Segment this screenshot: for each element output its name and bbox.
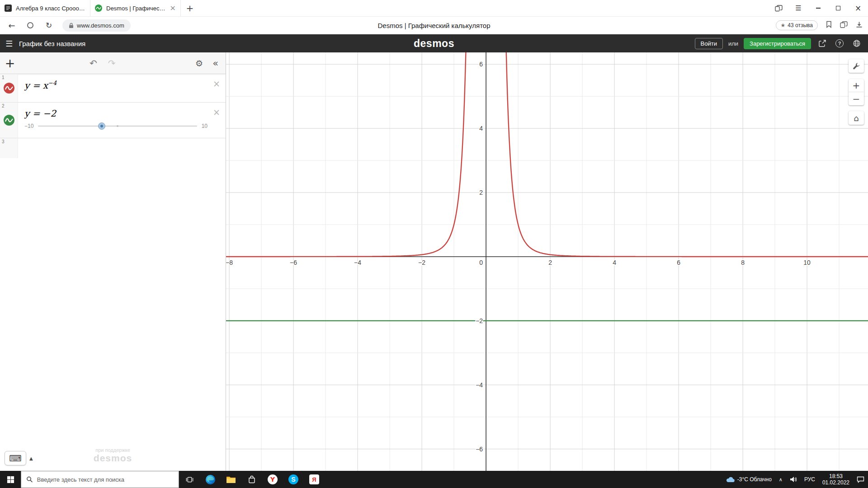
help-button[interactable]: ? [834, 39, 845, 47]
maximize-button[interactable] [828, 0, 848, 16]
signup-button[interactable]: Зарегистрироваться [744, 38, 811, 49]
panel-toolbar: + ↶ ↷ ⚙ « [0, 52, 226, 74]
tab-algebra[interactable]: Алгебра 9 класс Срооооо [0, 0, 90, 16]
expression-row-1[interactable]: 1 y = x−4 × [0, 74, 226, 103]
svg-text:6: 6 [479, 61, 483, 68]
volume-button[interactable] [786, 471, 801, 488]
url-chip[interactable]: www.desmos.com [62, 19, 131, 32]
expression-row-3[interactable]: 3 [0, 138, 226, 158]
tray-expand-icon[interactable]: ∧ [775, 471, 786, 488]
slider-track[interactable] [38, 122, 197, 130]
collapse-panel-icon[interactable]: « [212, 58, 218, 69]
expression-latex[interactable]: y = −2 [24, 108, 208, 118]
zoom-in-button[interactable]: + [849, 79, 864, 92]
folder-icon [226, 475, 236, 483]
expression-content[interactable] [18, 138, 226, 158]
bookmark-button[interactable] [826, 21, 832, 30]
collections-button[interactable] [840, 21, 848, 30]
tab-close-icon[interactable]: × [170, 5, 176, 12]
browser-menu-icon[interactable]: ☰ [788, 0, 808, 16]
desmos-menu-icon[interactable]: ☰ [5, 39, 19, 48]
desmos-logo: desmos [414, 38, 454, 50]
slider-min-label[interactable]: −10 [24, 123, 33, 129]
expression-gutter: 3 [0, 138, 18, 158]
star-icon: ★ [781, 22, 786, 28]
login-button[interactable]: Войти [695, 38, 723, 49]
url-text: www.desmos.com [77, 22, 124, 29]
svg-text:0: 0 [479, 259, 483, 266]
wrench-icon [853, 62, 860, 70]
yandex-browser-button[interactable]: Y [262, 471, 283, 488]
undo-icon[interactable]: ↶ [90, 58, 97, 69]
expression-content[interactable]: y = −2 −10 10 [18, 103, 226, 138]
tab-desmos[interactable]: Desmos | Графический × [90, 0, 181, 16]
slider-handle[interactable] [98, 122, 105, 130]
graph-title[interactable]: График без названия [19, 40, 85, 47]
expression-content[interactable]: y = x−4 [18, 74, 226, 102]
action-center-button[interactable] [853, 471, 868, 488]
file-explorer-button[interactable] [221, 471, 241, 488]
expression-row-2[interactable]: 2 y = −2 −10 10 [0, 103, 226, 138]
weather-widget[interactable]: -3°C Облачно [722, 471, 775, 488]
yandex-search-button[interactable]: Я [304, 471, 325, 488]
close-window-button[interactable]: × [848, 0, 868, 16]
refresh-button[interactable]: ↻ [42, 17, 56, 34]
new-tab-button[interactable]: + [181, 0, 199, 16]
expression-color-icon[interactable] [3, 114, 15, 126]
keyboard-expand-icon[interactable]: ▲ [29, 456, 33, 461]
back-button[interactable]: ← [5, 17, 19, 34]
skype-button[interactable]: S [283, 471, 304, 488]
start-button[interactable] [0, 471, 21, 488]
expression-close-icon[interactable]: × [213, 107, 220, 117]
curves [226, 52, 868, 321]
action-center-icon [857, 476, 864, 483]
address-bar: ← ↻ www.desmos.com Desmos | Графический … [0, 17, 868, 34]
language-indicator[interactable]: РУС [801, 471, 819, 488]
graph-settings-button[interactable] [849, 59, 864, 73]
browser-tab-bar: Алгебра 9 класс Срооооо Desmos | Графиче… [0, 0, 868, 17]
protect-icon [27, 22, 33, 28]
redo-icon[interactable]: ↷ [108, 58, 116, 69]
minimize-button[interactable] [808, 0, 828, 16]
boards-icon [775, 5, 783, 12]
axes [226, 52, 868, 471]
download-icon [856, 21, 863, 28]
keyboard-button[interactable]: ⌨ [5, 451, 26, 465]
protect-button[interactable] [24, 17, 37, 34]
reviews-badge[interactable]: ★ 43 отзыва [776, 20, 818, 30]
slider-max-label[interactable]: 10 [202, 123, 208, 129]
taskbar-search[interactable] [21, 471, 179, 488]
svg-text:8: 8 [741, 259, 745, 266]
system-tray: -3°C Облачно ∧ РУС 18:53 01.02.2022 [722, 471, 868, 488]
expression-latex[interactable]: y = x−4 [24, 80, 208, 90]
share-icon [818, 39, 826, 47]
algebra-tab-favicon [5, 5, 12, 12]
expression-color-icon[interactable] [3, 82, 15, 94]
globe-icon [853, 39, 861, 47]
clock[interactable]: 18:53 01.02.2022 [819, 471, 853, 488]
expression-panel: + ↶ ↷ ⚙ « 1 y = x−4 [0, 52, 226, 471]
svg-text:10: 10 [803, 259, 811, 266]
desmos-header-actions: Войти или Зарегистрироваться ? [695, 38, 863, 49]
settings-gear-icon[interactable]: ⚙ [195, 58, 203, 68]
graph-canvas[interactable]: −8−6−4−20246810−6−4−2246 [226, 52, 868, 471]
expression-close-icon[interactable]: × [213, 79, 220, 89]
language-button[interactable] [851, 39, 863, 47]
lock-icon [69, 23, 74, 28]
store-button[interactable] [241, 471, 262, 488]
search-input[interactable] [37, 476, 174, 483]
zoom-out-button[interactable]: − [849, 92, 864, 105]
task-view-button[interactable] [179, 471, 200, 488]
curve-y = x^(-4) [492, 52, 868, 257]
date-text: 01.02.2022 [822, 479, 849, 486]
slider-handle-dot [100, 125, 103, 127]
download-button[interactable] [856, 21, 863, 30]
share-button[interactable] [816, 39, 828, 47]
add-expression-button[interactable]: + [0, 56, 20, 70]
svg-text:2: 2 [548, 259, 552, 266]
search-icon [26, 476, 33, 483]
home-button[interactable]: ⌂ [849, 111, 864, 125]
tab-title: Алгебра 9 класс Срооооо [16, 5, 85, 12]
boards-button[interactable] [769, 0, 788, 16]
edge-button[interactable] [200, 471, 221, 488]
